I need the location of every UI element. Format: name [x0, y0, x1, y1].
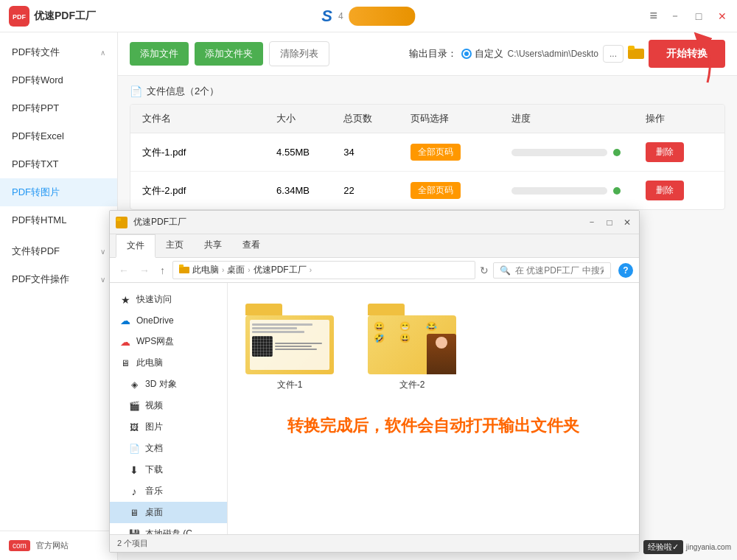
left-item-label: 本地磁盘 (C: [145, 528, 192, 534]
explorer-files-area: 文件-1 😀 😁 😂: [228, 283, 639, 534]
app-title: 优速PDF工厂: [34, 10, 96, 23]
explorer-titlebar: 优速PDF工厂 － □ ✕: [110, 211, 639, 234]
path-chevron-icon: ›: [222, 266, 224, 274]
sidebar-item-pdf-excel[interactable]: PDF转Excel: [0, 122, 117, 150]
path-part-desktop: 桌面: [227, 264, 245, 276]
output-radio[interactable]: 自定义: [461, 47, 503, 60]
left-item-disk-c[interactable]: 💾 本地磁盘 (C: [110, 523, 227, 534]
title-bar: PDF 优速PDF工厂 S 4 ≡ － □ ✕: [0, 0, 737, 32]
sidebar-group-pdf-operations[interactable]: PDF文件操作 ∨: [0, 265, 117, 293]
close-button[interactable]: ✕: [716, 10, 728, 22]
file-table: 文件名 大小 总页数 页码选择 进度 操作 文件-1.pdf 4.55MB 34…: [130, 104, 725, 210]
sidebar-item-label: PDF转Word: [12, 74, 63, 87]
more-button[interactable]: ...: [603, 45, 624, 63]
explorer-left-panel: ★ 快速访问 ☁ OneDrive ☁ WPS网盘 🖥 此电脑 ◈ 3D 对象 …: [110, 283, 228, 534]
ribbon-tab-view[interactable]: 查看: [232, 234, 270, 257]
nav-forward-button[interactable]: →: [136, 263, 153, 278]
left-item-label: 桌面: [145, 506, 163, 519]
sidebar-item-pdf-word[interactable]: PDF转Word: [0, 66, 117, 94]
progress-dot: [613, 187, 621, 195]
menu-icon[interactable]: ≡: [649, 8, 657, 24]
ribbon-tab-home[interactable]: 主页: [156, 234, 194, 257]
left-item-downloads[interactable]: ⬇ 下载: [110, 459, 227, 480]
sidebar-item-pdf-html[interactable]: PDF转HTML: [0, 206, 117, 234]
cloud-icon: ☁: [119, 336, 132, 348]
ribbon-tab-file[interactable]: 文件: [116, 234, 156, 258]
title-bar-controls: ≡ － □ ✕: [649, 8, 728, 24]
clear-list-button[interactable]: 清除列表: [269, 41, 329, 66]
chevron-up-icon: ∧: [100, 49, 105, 57]
watermark-site: jingyania.com: [686, 543, 731, 551]
explorer-minimize-button[interactable]: －: [586, 217, 598, 228]
ribbon-tab-share[interactable]: 共享: [194, 234, 232, 257]
path-part-pc: 此电脑: [192, 264, 219, 276]
sidebar-group-pdf-to-file[interactable]: PDF转文件 ∧: [0, 38, 117, 66]
explorer-close-button[interactable]: ✕: [621, 217, 633, 228]
table-row: 文件-1.pdf 4.55MB 34 全部页码: [130, 133, 724, 172]
page-badge[interactable]: 全部页码: [411, 144, 461, 161]
folder-item-1[interactable]: 文件-1: [240, 295, 340, 397]
folder-thumbnail-2: 😀 😁 😂 🤣 😃 😄: [368, 301, 456, 374]
cell-filename: 文件-2.pdf: [142, 184, 276, 197]
explorer-win-buttons: － □ ✕: [586, 217, 633, 228]
search-box[interactable]: 🔍: [493, 262, 611, 279]
cell-page-select[interactable]: 全部页码: [411, 182, 511, 199]
toolbar: 添加文件 添加文件夹 清除列表 输出目录： 自定义 C:\Users\admin…: [118, 32, 737, 76]
sidebar-item-pdf-ppt[interactable]: PDF转PPT: [0, 94, 117, 122]
gift-button[interactable]: [349, 7, 416, 26]
folder-item-2[interactable]: 😀 😁 😂 🤣 😃 😄: [362, 295, 462, 397]
cell-progress: [511, 149, 646, 156]
folder-tab: [245, 304, 282, 315]
start-convert-button[interactable]: 开始转换: [649, 40, 725, 68]
delete-button[interactable]: 删除: [646, 181, 684, 200]
left-item-wps[interactable]: ☁ WPS网盘: [110, 331, 227, 352]
minimize-button[interactable]: －: [669, 10, 681, 22]
sidebar-item-pdf-txt[interactable]: PDF转TXT: [0, 150, 117, 178]
sidebar-group-label: PDF转文件: [12, 46, 60, 59]
explorer-window: 优速PDF工厂 － □ ✕ 文件 主页 共享 查看 ← → ↑ 此电脑: [109, 210, 640, 553]
left-item-onedrive[interactable]: ☁ OneDrive: [110, 310, 227, 331]
explorer-restore-button[interactable]: □: [604, 217, 615, 228]
star-icon: ★: [119, 294, 132, 306]
svg-rect-3: [628, 46, 635, 50]
left-item-video[interactable]: 🎬 视频: [110, 395, 227, 416]
left-item-docs[interactable]: 📄 文档: [110, 438, 227, 459]
search-input[interactable]: [515, 265, 604, 276]
table-row: 文件-2.pdf 6.34MB 22 全部页码: [130, 172, 724, 209]
add-file-button[interactable]: 添加文件: [130, 42, 189, 66]
help-button[interactable]: ?: [618, 263, 633, 278]
disk-icon: 💾: [128, 529, 141, 535]
sidebar-item-label: PDF转PPT: [12, 102, 59, 115]
cell-pages: 22: [343, 185, 411, 196]
left-item-3d[interactable]: ◈ 3D 对象: [110, 374, 227, 395]
add-folder-button[interactable]: 添加文件夹: [195, 42, 263, 66]
nav-up-button[interactable]: ↑: [157, 263, 168, 278]
nav-back-button[interactable]: ←: [116, 263, 132, 278]
cell-page-select[interactable]: 全部页码: [411, 144, 511, 161]
sidebar-item-pdf-image[interactable]: PDF转图片: [0, 178, 117, 206]
col-size: 大小: [276, 112, 343, 125]
explorer-folder-icon: [116, 217, 128, 228]
radio-custom[interactable]: [461, 49, 472, 59]
picture-icon: 🖼: [128, 422, 141, 433]
sidebar-group-label: PDF文件操作: [12, 273, 69, 286]
maximize-button[interactable]: □: [693, 10, 705, 22]
website-label[interactable]: 官方网站: [36, 540, 69, 551]
page-badge[interactable]: 全部页码: [411, 182, 461, 199]
left-item-thispc[interactable]: 🖥 此电脑: [110, 352, 227, 374]
left-item-music[interactable]: ♪ 音乐: [110, 480, 227, 502]
path-chevron-icon: ›: [310, 266, 312, 274]
address-path[interactable]: 此电脑 › 桌面 › 优速PDF工厂 ›: [172, 261, 475, 279]
explorer-body: ★ 快速访问 ☁ OneDrive ☁ WPS网盘 🖥 此电脑 ◈ 3D 对象 …: [110, 283, 639, 534]
cell-action: 删除: [646, 142, 713, 162]
svg-rect-2: [628, 49, 644, 59]
left-item-quick-access[interactable]: ★ 快速访问: [110, 289, 227, 310]
sidebar-group-file-to-pdf[interactable]: 文件转PDF ∨: [0, 237, 117, 265]
left-item-desktop[interactable]: 🖥 桌面: [110, 502, 227, 523]
left-item-label: 视频: [145, 399, 163, 412]
refresh-button[interactable]: ↻: [480, 265, 489, 276]
left-item-pictures[interactable]: 🖼 图片: [110, 416, 227, 438]
delete-button[interactable]: 删除: [646, 142, 684, 162]
open-folder-button[interactable]: [628, 46, 644, 63]
svg-rect-5: [116, 220, 127, 227]
